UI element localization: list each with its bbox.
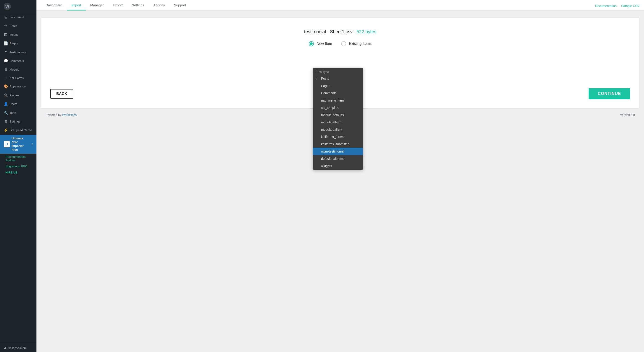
radio-new-item[interactable]: New Item [309, 41, 332, 46]
plugin-title: Ultimate CSVImporter Free [12, 137, 30, 152]
sidebar-item-pages[interactable]: 📄 Pages [0, 39, 36, 48]
sidebar-item-appearance[interactable]: 🎨 Appearance [0, 82, 36, 91]
collapse-icon: ◀ [4, 346, 6, 350]
file-name: testimonial - Sheet1.csv [304, 29, 352, 34]
tab-export[interactable]: Export [108, 0, 127, 10]
sidebar-item-upgrade-pro[interactable]: Upgrade to PRO [0, 163, 36, 169]
top-nav: Dashboard Import Manager Export Settings… [36, 0, 644, 11]
dropdown-item-kaliforms-submitted[interactable]: kaliforms_submitted [313, 140, 363, 148]
version-label: Version 5.8 [616, 109, 640, 121]
tab-dashboard[interactable]: Dashboard [41, 0, 67, 10]
dropdown-label: PostType [313, 68, 363, 75]
plugin-logo-icon: U [4, 141, 10, 147]
dropdown-item-wpm-testimonial[interactable]: wpm-testimonial [313, 148, 363, 155]
dropdown-item-comments[interactable]: Comments [313, 89, 363, 97]
dropdown-item-posts[interactable]: Posts [313, 75, 363, 82]
documentation-link[interactable]: Documentation [595, 4, 617, 8]
sidebar-item-plugin-active[interactable]: U Ultimate CSVImporter Free ‹ [0, 135, 36, 154]
sidebar-item-plugins[interactable]: 🔌 Plugins [0, 91, 36, 100]
dropdown-item-nav-menu-item[interactable]: nav_menu_item [313, 97, 363, 104]
dropdown-item-defaults-albums[interactable]: defaults-albums [313, 155, 363, 162]
appearance-icon: 🎨 [4, 84, 8, 89]
radio-existing-items-circle [341, 41, 346, 46]
content-area: testimonial - Sheet1.csv - 522 bytes New… [36, 11, 644, 352]
comments-icon: 💬 [4, 58, 8, 63]
posts-icon: ✏ [4, 23, 8, 28]
sidebar-item-modula[interactable]: ⚙ Modula [0, 65, 36, 74]
dropdown-item-modula-defaults[interactable]: modula-defaults [313, 111, 363, 119]
posttype-dropdown[interactable]: PostType Posts Pages Comments nav_menu_i… [313, 68, 363, 170]
pages-icon: 📄 [4, 41, 8, 46]
powered-by-text: Powered by WordPress . [41, 109, 83, 121]
sidebar-item-litespeed[interactable]: ⚡ LiteSpeed Cache [0, 126, 36, 135]
import-type-radio-group: New Item Existing Items [50, 41, 630, 46]
users-icon: 👤 [4, 101, 8, 107]
sample-csv-link[interactable]: Sample CSV [621, 4, 640, 8]
tab-support[interactable]: Support [170, 0, 191, 10]
tab-addons[interactable]: Addons [149, 0, 170, 10]
sidebar-item-users[interactable]: 👤 Users [0, 100, 36, 108]
dashboard-icon: ⊞ [4, 15, 8, 20]
plugins-icon: 🔌 [4, 93, 8, 98]
import-panel: testimonial - Sheet1.csv - 522 bytes New… [41, 17, 640, 109]
wordpress-link[interactable]: WordPress [62, 113, 78, 117]
sidebar-item-kali-forms[interactable]: K Kali Forms [0, 74, 36, 82]
sidebar-item-hire-us[interactable]: HIRE US [0, 169, 36, 176]
file-info: testimonial - Sheet1.csv - 522 bytes [50, 29, 630, 34]
modula-icon: ⚙ [4, 67, 8, 72]
dropdown-item-modula-gallery[interactable]: modula-gallery [313, 126, 363, 133]
sidebar-item-recommended-addons[interactable]: Recommended Addons [0, 154, 36, 163]
dropdown-item-pages[interactable]: Pages [313, 82, 363, 89]
continue-button[interactable]: CONTINUE [588, 88, 630, 99]
dropdown-item-kaliforms-forms[interactable]: kaliforms_forms [313, 133, 363, 140]
tab-import[interactable]: Import [67, 0, 86, 10]
sidebar-item-comments[interactable]: 💬 Comments [0, 57, 36, 65]
testimonials-icon: ❝ [4, 50, 8, 55]
sidebar: W ⊞ Dashboard ✏ Posts 🖼 Media 📄 Pages ❝ … [0, 0, 36, 352]
dropdown-item-widgets[interactable]: widgets [313, 162, 363, 170]
sidebar-logo: W [0, 0, 36, 13]
dropdown-item-modula-album[interactable]: modula-album [313, 119, 363, 126]
tab-manager[interactable]: Manager [86, 0, 108, 10]
radio-existing-items[interactable]: Existing Items [341, 41, 372, 46]
file-size: 522 bytes [357, 29, 376, 34]
radio-new-item-circle [309, 41, 314, 46]
top-nav-links: Documentation Sample CSV [595, 4, 640, 10]
dropdown-item-wp-template[interactable]: wp_template [313, 104, 363, 111]
media-icon: 🖼 [4, 32, 8, 37]
sidebar-item-media[interactable]: 🖼 Media [0, 30, 36, 39]
litespeed-icon: ⚡ [4, 128, 8, 133]
separator: - [354, 29, 356, 34]
sidebar-item-settings[interactable]: ⚙ Settings [0, 117, 36, 126]
chevron-left-icon: ‹ [32, 142, 33, 146]
main-content: Dashboard Import Manager Export Settings… [36, 0, 644, 352]
wordpress-logo: W [4, 3, 11, 10]
kali-forms-icon: K [4, 76, 8, 81]
sidebar-item-tools[interactable]: 🔧 Tools [0, 109, 36, 117]
settings-icon: ⚙ [4, 119, 8, 124]
back-button[interactable]: BACK [50, 89, 73, 99]
sidebar-item-testimonials[interactable]: ❝ Testimonials [0, 48, 36, 57]
collapse-menu-button[interactable]: ◀ Collapse menu [0, 344, 36, 352]
sidebar-nav: ⊞ Dashboard ✏ Posts 🖼 Media 📄 Pages ❝ Te… [0, 13, 36, 344]
tools-icon: 🔧 [4, 110, 8, 115]
sidebar-item-posts[interactable]: ✏ Posts [0, 22, 36, 30]
sidebar-item-dashboard[interactable]: ⊞ Dashboard [0, 13, 36, 22]
tab-settings[interactable]: Settings [127, 0, 148, 10]
